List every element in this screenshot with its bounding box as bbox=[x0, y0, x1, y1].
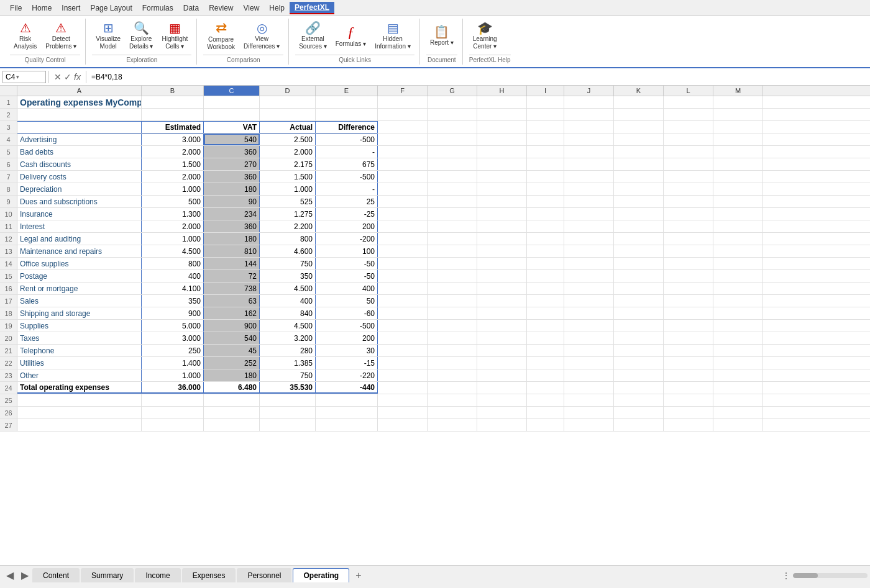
cell-11-G[interactable] bbox=[428, 220, 477, 232]
cell-19-J[interactable] bbox=[564, 320, 614, 332]
cell-10-L[interactable] bbox=[664, 208, 713, 220]
cell-22-J[interactable] bbox=[564, 357, 614, 369]
row-num-16[interactable]: 16 bbox=[0, 283, 17, 294]
cell-26-E[interactable] bbox=[316, 407, 378, 418]
cell-3-H[interactable] bbox=[477, 121, 527, 133]
cell-20-G[interactable] bbox=[428, 332, 477, 344]
cell-22-B[interactable]: 1.400 bbox=[142, 357, 204, 369]
cell-2-I[interactable] bbox=[527, 109, 564, 120]
cell-23-J[interactable] bbox=[564, 369, 614, 381]
cell-7-E[interactable]: -500 bbox=[316, 171, 378, 183]
cell-13-M[interactable] bbox=[713, 245, 763, 257]
cell-2-B[interactable] bbox=[142, 109, 204, 120]
cell-14-C[interactable]: 144 bbox=[204, 258, 260, 269]
cell-16-F[interactable] bbox=[378, 283, 428, 294]
cell-27-I[interactable] bbox=[527, 419, 564, 431]
cell-22-M[interactable] bbox=[713, 357, 763, 369]
cell-12-B[interactable]: 1.000 bbox=[142, 233, 204, 245]
cell-4-K[interactable] bbox=[614, 133, 664, 145]
cell-13-J[interactable] bbox=[564, 245, 614, 257]
cell-23-K[interactable] bbox=[614, 369, 664, 381]
cell-10-I[interactable] bbox=[527, 208, 564, 220]
cell-11-M[interactable] bbox=[713, 220, 763, 232]
cell-14-L[interactable] bbox=[664, 258, 713, 269]
cell-22-C[interactable]: 252 bbox=[204, 357, 260, 369]
cell-19-F[interactable] bbox=[378, 320, 428, 332]
row-num-10[interactable]: 10 bbox=[0, 208, 17, 220]
cell-5-G[interactable] bbox=[428, 146, 477, 158]
row-num-19[interactable]: 19 bbox=[0, 320, 17, 332]
cell-24-C[interactable]: 6.480 bbox=[204, 382, 260, 394]
tab-personnel[interactable]: Personnel bbox=[237, 568, 291, 582]
cell-27-L[interactable] bbox=[664, 419, 713, 431]
cell-15-L[interactable] bbox=[664, 270, 713, 282]
cell-3-C[interactable]: VAT bbox=[204, 121, 260, 133]
cell-25-K[interactable] bbox=[614, 394, 664, 406]
cell-11-K[interactable] bbox=[614, 220, 664, 232]
col-header-M[interactable]: M bbox=[713, 86, 763, 96]
cell-20-E[interactable]: 200 bbox=[316, 332, 378, 344]
cell-17-B[interactable]: 350 bbox=[142, 295, 204, 307]
explore-details-button[interactable]: 🔍 ExploreDetails ▾ bbox=[126, 19, 157, 53]
cell-9-J[interactable] bbox=[564, 196, 614, 207]
cell-24-H[interactable] bbox=[477, 382, 527, 394]
cell-9-E[interactable]: 25 bbox=[316, 196, 378, 207]
menu-help[interactable]: Help bbox=[264, 2, 290, 14]
cell-3-F[interactable] bbox=[378, 121, 428, 133]
cell-12-F[interactable] bbox=[378, 233, 428, 245]
cell-15-G[interactable] bbox=[428, 270, 477, 282]
cell-15-K[interactable] bbox=[614, 270, 664, 282]
cell-9-M[interactable] bbox=[713, 196, 763, 207]
cell-22-I[interactable] bbox=[527, 357, 564, 369]
cell-3-A[interactable] bbox=[17, 121, 142, 133]
row-num-14[interactable]: 14 bbox=[0, 258, 17, 269]
cell-10-B[interactable]: 1.300 bbox=[142, 208, 204, 220]
cell-6-G[interactable] bbox=[428, 158, 477, 170]
cell-13-H[interactable] bbox=[477, 245, 527, 257]
cell-5-M[interactable] bbox=[713, 146, 763, 158]
tab-content[interactable]: Content bbox=[32, 568, 80, 582]
cell-27-G[interactable] bbox=[428, 419, 477, 431]
cell-12-D[interactable]: 800 bbox=[260, 233, 316, 245]
row-num-21[interactable]: 21 bbox=[0, 345, 17, 356]
cell-19-I[interactable] bbox=[527, 320, 564, 332]
tab-menu-icon[interactable]: ⋮ bbox=[782, 571, 790, 581]
cell-18-B[interactable]: 900 bbox=[142, 307, 204, 319]
cell-20-M[interactable] bbox=[713, 332, 763, 344]
cell-17-D[interactable]: 400 bbox=[260, 295, 316, 307]
row-num-26[interactable]: 26 bbox=[0, 407, 17, 418]
col-header-J[interactable]: J bbox=[564, 86, 614, 96]
cell-19-E[interactable]: -500 bbox=[316, 320, 378, 332]
cell-10-H[interactable] bbox=[477, 208, 527, 220]
cell-14-A[interactable]: Office supplies bbox=[17, 258, 142, 269]
cell-7-J[interactable] bbox=[564, 171, 614, 183]
cell-2-H[interactable] bbox=[477, 109, 527, 120]
cell-12-M[interactable] bbox=[713, 233, 763, 245]
cell-21-D[interactable]: 280 bbox=[260, 345, 316, 356]
cell-8-A[interactable]: Depreciation bbox=[17, 183, 142, 195]
tab-operating[interactable]: Operating bbox=[293, 568, 349, 582]
row-num-8[interactable]: 8 bbox=[0, 183, 17, 195]
cell-27-H[interactable] bbox=[477, 419, 527, 431]
cell-3-M[interactable] bbox=[713, 121, 763, 133]
tab-summary[interactable]: Summary bbox=[81, 568, 134, 582]
cell-11-D[interactable]: 2.200 bbox=[260, 220, 316, 232]
cell-8-I[interactable] bbox=[527, 183, 564, 195]
cell-2-C[interactable] bbox=[204, 109, 260, 120]
detect-problems-button[interactable]: ⚠ DetectProblems ▾ bbox=[42, 19, 80, 53]
cell-5-E[interactable]: - bbox=[316, 146, 378, 158]
cell-19-L[interactable] bbox=[664, 320, 713, 332]
row-num-6[interactable]: 6 bbox=[0, 158, 17, 170]
cell-6-K[interactable] bbox=[614, 158, 664, 170]
cell-4-B[interactable]: 3.000 bbox=[142, 133, 204, 145]
cell-20-L[interactable] bbox=[664, 332, 713, 344]
cell-18-F[interactable] bbox=[378, 307, 428, 319]
cell-21-F[interactable] bbox=[378, 345, 428, 356]
cell-21-H[interactable] bbox=[477, 345, 527, 356]
cell-27-F[interactable] bbox=[378, 419, 428, 431]
row-num-27[interactable]: 27 bbox=[0, 419, 17, 431]
col-header-D[interactable]: D bbox=[260, 86, 316, 96]
cell-17-L[interactable] bbox=[664, 295, 713, 307]
cell-16-G[interactable] bbox=[428, 283, 477, 294]
cell-14-B[interactable]: 800 bbox=[142, 258, 204, 269]
